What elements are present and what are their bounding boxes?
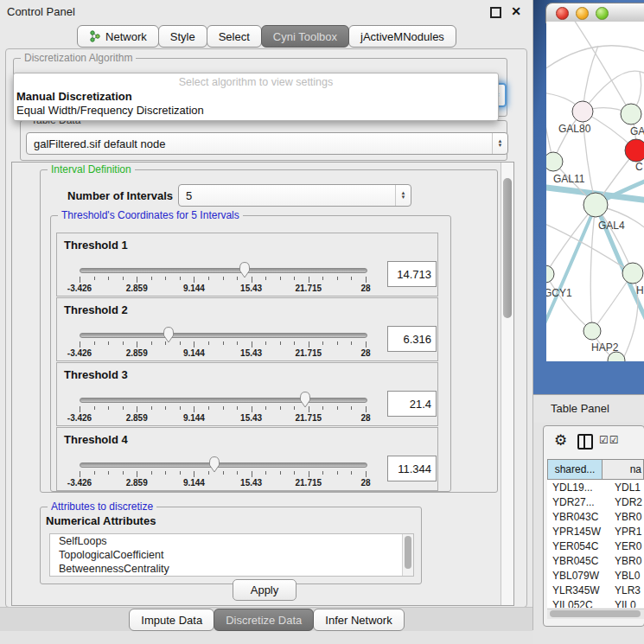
numerical-attributes-list[interactable]: SelfLoopsTopologicalCoefficientBetweenne…	[49, 533, 414, 577]
threshold-value-field[interactable]: 21.4	[387, 391, 437, 417]
tab-cyni-toolbox[interactable]: Cyni Toolbox	[261, 25, 349, 48]
network-edge[interactable]	[546, 206, 596, 331]
slider-handle[interactable]	[207, 455, 221, 474]
network-node[interactable]	[583, 322, 601, 340]
close-icon[interactable]: ✕	[511, 4, 521, 18]
table-row[interactable]: YBL079WYBL0	[547, 568, 644, 583]
tick-mark	[94, 406, 95, 410]
algorithm-option-equal-width-frequency-discretization[interactable]: Equal Width/Frequency Discretization	[16, 104, 496, 118]
slider-handle[interactable]	[162, 325, 175, 344]
control-panel-tabs: NetworkStyleSelectCyni ToolboxjActiveMNo…	[0, 25, 532, 48]
table-cell: YDR27...	[547, 496, 608, 508]
tab-label: jActiveMNodules	[360, 30, 444, 43]
settings-scrollbar[interactable]	[501, 163, 513, 605]
tick-mark	[351, 406, 352, 410]
slider-track[interactable]	[80, 462, 367, 468]
network-node[interactable]	[621, 104, 641, 124]
tick-mark	[337, 406, 338, 410]
attributes-group: Attributes to discretize Numerical Attri…	[40, 507, 422, 584]
table-row[interactable]: YBR043CYBR0	[547, 509, 644, 524]
network-node[interactable]	[546, 152, 563, 171]
zoom-window-icon[interactable]	[596, 7, 609, 20]
number-of-intervals-combobox[interactable]: 5 ▲ ▼	[178, 184, 411, 207]
bottom-tab-infer-network[interactable]: Infer Network	[313, 609, 404, 631]
tab-select[interactable]: Select	[207, 25, 262, 48]
tick-mark	[94, 471, 95, 475]
network-edge[interactable]	[572, 22, 631, 114]
tab-style[interactable]: Style	[158, 25, 207, 48]
slider-handle[interactable]	[238, 260, 252, 279]
tick-label: 15.43	[240, 478, 262, 488]
network-node-label: C	[635, 161, 643, 173]
threshold-value-field[interactable]: 14.713	[387, 261, 437, 287]
network-window-titlebar[interactable]	[545, 3, 644, 23]
settings-scrollbar-thumb[interactable]	[503, 178, 512, 318]
table-cell: YER054C	[547, 540, 608, 552]
attributes-scrollbar[interactable]	[402, 534, 413, 576]
network-node-label: GAL11	[553, 173, 585, 185]
network-edge[interactable]	[546, 46, 644, 72]
algorithm-option-manual-discretization[interactable]: Manual Discretization	[16, 90, 496, 104]
tick-mark	[137, 341, 137, 348]
table-row[interactable]: YIL052CYIL0	[547, 597, 644, 608]
table-data-combobox[interactable]: galFiltered.sif default node ▲ ▼	[26, 132, 508, 155]
table-row[interactable]: YLR345WYLR3	[547, 583, 644, 597]
tick-label: 2.859	[126, 284, 148, 293]
table-cell: YBR0	[608, 555, 644, 567]
algorithm-dropdown-popup: Select algorithm to view settings Manual…	[13, 73, 499, 121]
network-view-canvas[interactable]: GAL80GACGAL11GAL4GCY1HHAP2	[546, 22, 644, 361]
slider-track[interactable]	[80, 398, 367, 403]
tab-network[interactable]: Network	[77, 25, 159, 48]
table-row[interactable]: YDL19...YDL1	[547, 480, 644, 494]
slider-handle[interactable]	[298, 390, 312, 409]
gear-icon[interactable]: ⚙	[554, 431, 567, 450]
attribute-item-selfloops[interactable]: SelfLoops	[50, 534, 413, 548]
tick-mark	[252, 471, 252, 477]
tick-mark	[265, 277, 266, 280]
table-cell: YER0	[608, 540, 644, 552]
network-edge[interactable]	[590, 205, 596, 331]
table-row[interactable]: YDR27...YDR2	[547, 494, 644, 509]
table-row[interactable]: YBR045CYBR0	[547, 553, 644, 568]
tick-mark	[280, 341, 281, 345]
checkbox-columns-icon[interactable]: ☑☑	[599, 434, 620, 446]
threshold-value-field[interactable]: 11.344	[387, 456, 437, 481]
tab-jactivemnodules[interactable]: jActiveMNodules	[348, 25, 456, 48]
network-node[interactable]	[622, 263, 643, 284]
attribute-item-topologicalcoefficient[interactable]: TopologicalCoefficient	[50, 548, 413, 562]
table-horizontal-scrollbar[interactable]	[547, 609, 644, 619]
table-column-header-shared[interactable]: shared...	[547, 459, 603, 480]
column-layout-icon[interactable]	[577, 434, 593, 450]
bottom-tab-impute-data[interactable]: Impute Data	[129, 609, 214, 631]
attribute-item-betweennesscentrality[interactable]: BetweennessCentrality	[50, 562, 413, 576]
tick-mark	[137, 406, 137, 412]
minimize-window-icon[interactable]	[576, 7, 589, 20]
table-cell: YDL1	[608, 481, 644, 494]
network-node[interactable]	[546, 265, 554, 283]
slider-track[interactable]	[80, 333, 367, 338]
apply-button[interactable]: Apply	[233, 579, 296, 601]
table-column-header-na[interactable]: na	[603, 459, 644, 480]
stepper-arrows-icon[interactable]: ▲ ▼	[395, 185, 411, 206]
float-window-icon[interactable]	[490, 7, 501, 18]
threshold-value-field[interactable]: 6.316	[387, 326, 437, 352]
attributes-scrollbar-thumb[interactable]	[405, 536, 411, 569]
close-window-icon[interactable]	[556, 7, 569, 20]
table-row[interactable]: YPR145WYPR1	[547, 524, 644, 539]
bottom-tab-discretize-data[interactable]: Discretize Data	[214, 609, 314, 631]
table-hscrollbar-thumb[interactable]	[550, 610, 641, 617]
network-node-label: HAP2	[591, 341, 619, 354]
thresholds-group-label: Threshold's Coordinates for 5 Intervals	[58, 209, 243, 221]
slider-track[interactable]	[80, 268, 367, 273]
tick-label: 21.715	[296, 348, 322, 358]
tick-mark	[123, 406, 124, 410]
tick-mark	[151, 277, 152, 280]
network-node[interactable]	[583, 193, 608, 217]
stepper-arrows-icon[interactable]: ▲ ▼	[492, 133, 507, 154]
network-node[interactable]	[572, 101, 593, 122]
tick-mark	[80, 277, 80, 283]
number-of-intervals-value: 5	[186, 189, 192, 202]
network-node[interactable]	[625, 139, 644, 162]
table-row[interactable]: YER054CYER0	[547, 539, 644, 553]
slider-tick-marks	[80, 341, 366, 348]
